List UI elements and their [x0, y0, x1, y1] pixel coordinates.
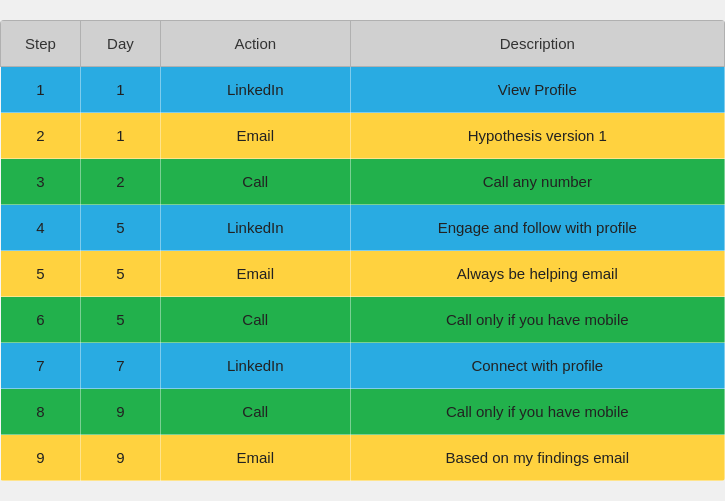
cell-day: 5: [80, 297, 160, 343]
cell-day: 1: [80, 113, 160, 159]
header-description: Description: [350, 21, 724, 67]
cell-day: 5: [80, 251, 160, 297]
cell-description: Call only if you have mobile: [350, 389, 724, 435]
cell-description: Call only if you have mobile: [350, 297, 724, 343]
header-step: Step: [1, 21, 81, 67]
cell-day: 9: [80, 435, 160, 481]
cell-action: LinkedIn: [160, 205, 350, 251]
table-row: 55EmailAlways be helping email: [1, 251, 725, 297]
cell-description: Based on my findings email: [350, 435, 724, 481]
sequence-table: Step Day Action Description 11LinkedInVi…: [0, 20, 725, 481]
cell-step: 2: [1, 113, 81, 159]
cell-action: LinkedIn: [160, 67, 350, 113]
table-row: 32CallCall any number: [1, 159, 725, 205]
cell-step: 6: [1, 297, 81, 343]
cell-description: View Profile: [350, 67, 724, 113]
cell-action: LinkedIn: [160, 343, 350, 389]
table-row: 65CallCall only if you have mobile: [1, 297, 725, 343]
cell-step: 9: [1, 435, 81, 481]
cell-step: 1: [1, 67, 81, 113]
cell-action: Call: [160, 159, 350, 205]
cell-action: Email: [160, 113, 350, 159]
table-row: 45LinkedInEngage and follow with profile: [1, 205, 725, 251]
cell-description: Always be helping email: [350, 251, 724, 297]
cell-day: 7: [80, 343, 160, 389]
table-row: 77LinkedInConnect with profile: [1, 343, 725, 389]
header-action: Action: [160, 21, 350, 67]
cell-description: Connect with profile: [350, 343, 724, 389]
cell-step: 8: [1, 389, 81, 435]
cell-day: 5: [80, 205, 160, 251]
cell-description: Call any number: [350, 159, 724, 205]
table-header-row: Step Day Action Description: [1, 21, 725, 67]
cell-action: Call: [160, 297, 350, 343]
cell-step: 3: [1, 159, 81, 205]
cell-step: 7: [1, 343, 81, 389]
cell-step: 4: [1, 205, 81, 251]
table-row: 99EmailBased on my findings email: [1, 435, 725, 481]
cell-day: 2: [80, 159, 160, 205]
table-row: 21EmailHypothesis version 1: [1, 113, 725, 159]
cell-description: Engage and follow with profile: [350, 205, 724, 251]
cell-action: Call: [160, 389, 350, 435]
cell-action: Email: [160, 435, 350, 481]
header-day: Day: [80, 21, 160, 67]
table-row: 89CallCall only if you have mobile: [1, 389, 725, 435]
table-row: 11LinkedInView Profile: [1, 67, 725, 113]
cell-action: Email: [160, 251, 350, 297]
cell-description: Hypothesis version 1: [350, 113, 724, 159]
cell-step: 5: [1, 251, 81, 297]
cell-day: 1: [80, 67, 160, 113]
cell-day: 9: [80, 389, 160, 435]
